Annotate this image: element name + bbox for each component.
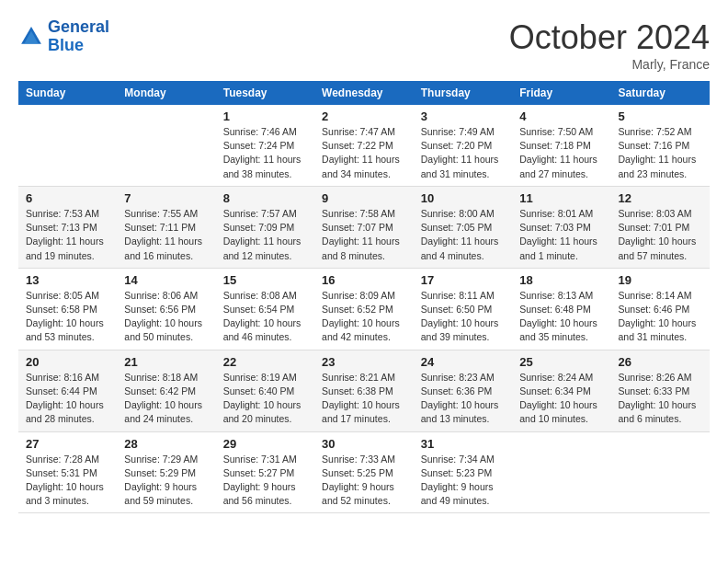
week-row-3: 13Sunrise: 8:05 AMSunset: 6:58 PMDayligh… bbox=[18, 268, 710, 350]
day-number: 2 bbox=[322, 109, 406, 123]
calendar-cell: 22Sunrise: 8:19 AMSunset: 6:40 PMDayligh… bbox=[216, 350, 314, 431]
day-number: 23 bbox=[322, 355, 406, 369]
location: Marly, France bbox=[509, 57, 710, 72]
day-number: 16 bbox=[322, 273, 406, 287]
day-detail: Sunrise: 8:09 AMSunset: 6:52 PMDaylight:… bbox=[322, 289, 406, 345]
day-number: 12 bbox=[619, 191, 703, 205]
day-detail: Sunrise: 7:31 AMSunset: 5:27 PMDaylight:… bbox=[223, 453, 307, 509]
calendar-cell bbox=[18, 105, 117, 186]
calendar-cell bbox=[512, 431, 610, 513]
title-block: October 2024 Marly, France bbox=[509, 18, 710, 72]
calendar-cell: 17Sunrise: 8:11 AMSunset: 6:50 PMDayligh… bbox=[414, 268, 512, 350]
weekday-header-row: SundayMondayTuesdayWednesdayThursdayFrid… bbox=[18, 81, 710, 105]
calendar-cell bbox=[611, 431, 711, 513]
day-detail: Sunrise: 7:33 AMSunset: 5:25 PMDaylight:… bbox=[322, 453, 406, 509]
calendar-cell: 18Sunrise: 8:13 AMSunset: 6:48 PMDayligh… bbox=[512, 268, 610, 350]
day-number: 26 bbox=[619, 355, 703, 369]
day-detail: Sunrise: 7:58 AMSunset: 7:07 PMDaylight:… bbox=[322, 207, 406, 263]
day-detail: Sunrise: 7:29 AMSunset: 5:29 PMDaylight:… bbox=[124, 453, 208, 509]
weekday-header-sunday: Sunday bbox=[18, 81, 117, 105]
week-row-2: 6Sunrise: 7:53 AMSunset: 7:13 PMDaylight… bbox=[18, 186, 710, 268]
day-detail: Sunrise: 8:23 AMSunset: 6:36 PMDaylight:… bbox=[421, 371, 505, 427]
day-number: 5 bbox=[619, 109, 703, 123]
calendar-cell: 10Sunrise: 8:00 AMSunset: 7:05 PMDayligh… bbox=[414, 186, 512, 268]
calendar-cell: 12Sunrise: 8:03 AMSunset: 7:01 PMDayligh… bbox=[611, 186, 711, 268]
day-detail: Sunrise: 7:53 AMSunset: 7:13 PMDaylight:… bbox=[26, 207, 109, 263]
day-number: 28 bbox=[124, 437, 208, 451]
day-detail: Sunrise: 8:03 AMSunset: 7:01 PMDaylight:… bbox=[619, 207, 703, 263]
day-number: 6 bbox=[26, 191, 109, 205]
logo-line2: Blue bbox=[48, 36, 84, 54]
weekday-header-thursday: Thursday bbox=[414, 81, 512, 105]
page-header: General Blue October 2024 Marly, France bbox=[18, 18, 710, 72]
logo-line1: General bbox=[48, 17, 109, 36]
day-detail: Sunrise: 8:06 AMSunset: 6:56 PMDaylight:… bbox=[124, 289, 208, 345]
calendar-cell: 23Sunrise: 8:21 AMSunset: 6:38 PMDayligh… bbox=[314, 350, 414, 431]
calendar-cell: 31Sunrise: 7:34 AMSunset: 5:23 PMDayligh… bbox=[414, 431, 512, 513]
logo-icon bbox=[18, 24, 44, 50]
day-number: 15 bbox=[223, 273, 307, 287]
day-number: 18 bbox=[519, 273, 603, 287]
day-number: 14 bbox=[124, 273, 208, 287]
calendar-cell: 19Sunrise: 8:14 AMSunset: 6:46 PMDayligh… bbox=[611, 268, 711, 350]
calendar-cell: 7Sunrise: 7:55 AMSunset: 7:11 PMDaylight… bbox=[117, 186, 215, 268]
calendar-cell: 30Sunrise: 7:33 AMSunset: 5:25 PMDayligh… bbox=[314, 431, 414, 513]
day-number: 10 bbox=[421, 191, 505, 205]
day-detail: Sunrise: 7:49 AMSunset: 7:20 PMDaylight:… bbox=[421, 125, 505, 181]
day-detail: Sunrise: 8:19 AMSunset: 6:40 PMDaylight:… bbox=[223, 371, 307, 427]
day-number: 29 bbox=[223, 437, 307, 451]
week-row-4: 20Sunrise: 8:16 AMSunset: 6:44 PMDayligh… bbox=[18, 350, 710, 431]
day-detail: Sunrise: 7:50 AMSunset: 7:18 PMDaylight:… bbox=[519, 125, 603, 181]
day-detail: Sunrise: 8:24 AMSunset: 6:34 PMDaylight:… bbox=[519, 371, 603, 427]
day-number: 30 bbox=[322, 437, 406, 451]
calendar-cell: 15Sunrise: 8:08 AMSunset: 6:54 PMDayligh… bbox=[216, 268, 314, 350]
day-number: 8 bbox=[223, 191, 307, 205]
calendar-cell: 6Sunrise: 7:53 AMSunset: 7:13 PMDaylight… bbox=[18, 186, 117, 268]
day-detail: Sunrise: 8:14 AMSunset: 6:46 PMDaylight:… bbox=[619, 289, 703, 345]
week-row-1: 1Sunrise: 7:46 AMSunset: 7:24 PMDaylight… bbox=[18, 105, 710, 186]
calendar-cell bbox=[117, 105, 215, 186]
calendar-cell: 13Sunrise: 8:05 AMSunset: 6:58 PMDayligh… bbox=[18, 268, 117, 350]
day-detail: Sunrise: 7:47 AMSunset: 7:22 PMDaylight:… bbox=[322, 125, 406, 181]
day-number: 1 bbox=[223, 109, 307, 123]
day-number: 31 bbox=[421, 437, 505, 451]
day-number: 3 bbox=[421, 109, 505, 123]
day-number: 21 bbox=[124, 355, 208, 369]
month-title: October 2024 bbox=[509, 18, 710, 57]
calendar-cell: 3Sunrise: 7:49 AMSunset: 7:20 PMDaylight… bbox=[414, 105, 512, 186]
weekday-header-saturday: Saturday bbox=[611, 81, 711, 105]
week-row-5: 27Sunrise: 7:28 AMSunset: 5:31 PMDayligh… bbox=[18, 431, 710, 513]
calendar-cell: 24Sunrise: 8:23 AMSunset: 6:36 PMDayligh… bbox=[414, 350, 512, 431]
day-number: 19 bbox=[619, 273, 703, 287]
calendar-cell: 11Sunrise: 8:01 AMSunset: 7:03 PMDayligh… bbox=[512, 186, 610, 268]
calendar-cell: 26Sunrise: 8:26 AMSunset: 6:33 PMDayligh… bbox=[611, 350, 711, 431]
calendar-cell: 5Sunrise: 7:52 AMSunset: 7:16 PMDaylight… bbox=[611, 105, 711, 186]
calendar-cell: 2Sunrise: 7:47 AMSunset: 7:22 PMDaylight… bbox=[314, 105, 414, 186]
calendar-cell: 20Sunrise: 8:16 AMSunset: 6:44 PMDayligh… bbox=[18, 350, 117, 431]
day-detail: Sunrise: 7:57 AMSunset: 7:09 PMDaylight:… bbox=[223, 207, 307, 263]
day-detail: Sunrise: 8:16 AMSunset: 6:44 PMDaylight:… bbox=[26, 371, 109, 427]
calendar-cell: 28Sunrise: 7:29 AMSunset: 5:29 PMDayligh… bbox=[117, 431, 215, 513]
day-detail: Sunrise: 8:11 AMSunset: 6:50 PMDaylight:… bbox=[421, 289, 505, 345]
calendar-cell: 16Sunrise: 8:09 AMSunset: 6:52 PMDayligh… bbox=[314, 268, 414, 350]
weekday-header-tuesday: Tuesday bbox=[216, 81, 314, 105]
day-number: 24 bbox=[421, 355, 505, 369]
day-detail: Sunrise: 8:08 AMSunset: 6:54 PMDaylight:… bbox=[223, 289, 307, 345]
weekday-header-monday: Monday bbox=[117, 81, 215, 105]
day-number: 11 bbox=[519, 191, 603, 205]
day-number: 7 bbox=[124, 191, 208, 205]
day-detail: Sunrise: 7:34 AMSunset: 5:23 PMDaylight:… bbox=[421, 453, 505, 509]
calendar-cell: 1Sunrise: 7:46 AMSunset: 7:24 PMDaylight… bbox=[216, 105, 314, 186]
calendar-table: SundayMondayTuesdayWednesdayThursdayFrid… bbox=[18, 81, 710, 513]
logo: General Blue bbox=[18, 18, 109, 55]
calendar-cell: 25Sunrise: 8:24 AMSunset: 6:34 PMDayligh… bbox=[512, 350, 610, 431]
day-number: 17 bbox=[421, 273, 505, 287]
calendar-cell: 27Sunrise: 7:28 AMSunset: 5:31 PMDayligh… bbox=[18, 431, 117, 513]
day-detail: Sunrise: 8:01 AMSunset: 7:03 PMDaylight:… bbox=[519, 207, 603, 263]
day-detail: Sunrise: 8:00 AMSunset: 7:05 PMDaylight:… bbox=[421, 207, 505, 263]
day-number: 25 bbox=[519, 355, 603, 369]
calendar-cell: 21Sunrise: 8:18 AMSunset: 6:42 PMDayligh… bbox=[117, 350, 215, 431]
logo-text: General Blue bbox=[48, 18, 109, 55]
day-detail: Sunrise: 8:21 AMSunset: 6:38 PMDaylight:… bbox=[322, 371, 406, 427]
day-detail: Sunrise: 8:18 AMSunset: 6:42 PMDaylight:… bbox=[124, 371, 208, 427]
